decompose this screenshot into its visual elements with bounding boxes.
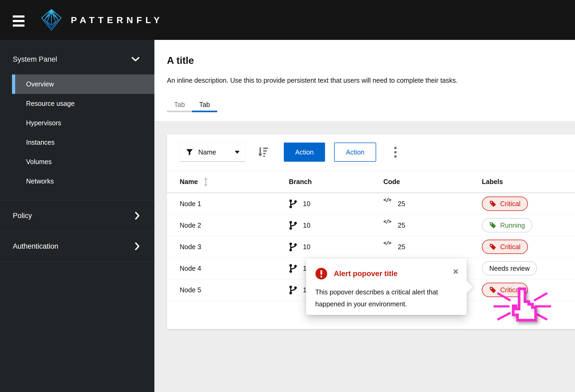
- code-branch-icon: [289, 199, 297, 209]
- tag-icon: [489, 200, 496, 207]
- cell-branch: 10: [289, 242, 383, 252]
- sidebar-item-networks[interactable]: Networks: [0, 172, 154, 191]
- code-branch-icon: [289, 285, 297, 295]
- hamburger-icon: [13, 15, 24, 18]
- sidebar-item-instances[interactable]: Instances: [0, 133, 154, 152]
- column-header-code: Code: [383, 178, 482, 186]
- cell-labels: Critical: [482, 197, 575, 211]
- sidebar-item-hypervisors[interactable]: Hypervisors: [0, 113, 154, 133]
- sidebar-nav: System Panel Overview Resource usage Hyp…: [0, 40, 154, 392]
- masthead: PATTERNFLY: [0, 0, 575, 40]
- chevron-down-icon: [132, 57, 139, 62]
- page-title: A title: [167, 55, 575, 66]
- code-icon: </>: [383, 197, 391, 203]
- table-row-node-2: Node 2 10 </> 25 Running: [167, 215, 575, 236]
- tab-1[interactable]: Tab: [167, 98, 192, 112]
- code-branch-icon: [289, 242, 297, 252]
- tag-icon: [489, 222, 496, 229]
- close-icon[interactable]: ✕: [453, 268, 459, 276]
- sidebar-divider: [0, 261, 154, 262]
- filter-selected-value: Name: [198, 148, 216, 156]
- cell-name: Node 3: [167, 243, 289, 251]
- column-header-name[interactable]: Name: [167, 177, 289, 187]
- label-running[interactable]: Running: [482, 218, 532, 232]
- sidebar-item-authentication[interactable]: Authentication: [0, 231, 154, 261]
- alert-popover: Alert popover title ✕ This popover descr…: [306, 258, 467, 315]
- sort-updown-icon: [204, 177, 208, 187]
- caret-down-icon: [235, 151, 240, 154]
- exclamation-circle-icon: [315, 268, 327, 280]
- page-description: An inline description. Use this to provi…: [167, 76, 575, 85]
- toolbar: Name Action: [167, 143, 575, 162]
- brand: PATTERNFLY: [41, 9, 163, 31]
- chevron-right-icon: [135, 242, 139, 250]
- primary-action-button[interactable]: Action: [284, 143, 325, 162]
- label-critical[interactable]: Critical: [482, 197, 528, 211]
- cell-code: </> 25: [383, 243, 482, 251]
- sidebar-item-overview[interactable]: Overview: [12, 74, 154, 94]
- cell-labels: Needs review: [482, 261, 575, 276]
- main-content: A title An inline description. Use this …: [154, 40, 575, 392]
- brand-name: PATTERNFLY: [71, 15, 163, 25]
- column-header-branch: Branch: [289, 178, 383, 186]
- sidebar-item-volumes[interactable]: Volumes: [0, 152, 154, 172]
- sort-button[interactable]: [255, 143, 271, 162]
- sidebar-item-resource-usage[interactable]: Resource usage: [0, 94, 154, 113]
- code-branch-icon: [289, 220, 297, 230]
- app-window: PATTERNFLY System Panel Overview Resourc…: [0, 0, 575, 392]
- table-header-row: Name Branch Code Labels: [167, 171, 575, 193]
- tab-2-active[interactable]: Tab: [192, 98, 217, 112]
- tab-bar: Tab Tab: [167, 98, 575, 112]
- cell-labels: Running: [482, 218, 575, 232]
- filter-dropdown[interactable]: Name: [180, 143, 246, 162]
- cell-branch: 10: [289, 220, 383, 230]
- cell-branch: 10: [289, 199, 383, 209]
- code-icon: </>: [383, 240, 391, 246]
- cell-labels: Critical: [482, 283, 575, 297]
- kebab-vertical-icon: [394, 147, 397, 149]
- kebab-menu-button[interactable]: [390, 143, 401, 162]
- tag-icon: [489, 243, 496, 251]
- table-row-node-1: Node 1 10 </> 25 Critical: [167, 193, 575, 215]
- sort-amount-down-icon: [257, 146, 269, 158]
- secondary-action-button[interactable]: Action: [334, 143, 376, 162]
- nav-expand-system-panel[interactable]: System Panel: [0, 52, 154, 67]
- cell-code: </> 25: [383, 222, 482, 229]
- label-critical-target[interactable]: Critical: [482, 283, 528, 297]
- popover-body: This popover describes a critical alert …: [306, 280, 467, 310]
- code-branch-icon: [289, 264, 297, 273]
- label-critical[interactable]: Critical: [482, 240, 528, 254]
- nav-section-label: System Panel: [13, 55, 57, 64]
- nav-section-system-panel: System Panel Overview Resource usage Hyp…: [0, 52, 154, 191]
- column-header-labels: Labels: [482, 178, 575, 186]
- sidebar-item-policy[interactable]: Policy: [0, 201, 154, 231]
- label-needs-review[interactable]: Needs review: [482, 261, 537, 276]
- patternfly-logo-icon: [41, 9, 62, 31]
- code-icon: </>: [383, 218, 391, 224]
- tag-icon: [489, 286, 496, 294]
- cell-code: </> 25: [383, 200, 482, 208]
- nav-item-list: Overview Resource usage Hypervisors Inst…: [0, 74, 154, 191]
- table-row-node-3: Node 3 10 </> 25 Critical: [167, 236, 575, 258]
- cell-name: Node 1: [167, 200, 289, 208]
- cell-name: Node 4: [167, 265, 289, 272]
- cell-labels: Critical: [482, 240, 575, 254]
- cell-name: Node 2: [167, 222, 289, 229]
- chevron-right-icon: [135, 212, 139, 220]
- popover-header: Alert popover title: [306, 258, 467, 280]
- nav-toggle-button[interactable]: [13, 15, 24, 27]
- popover-title: Alert popover title: [334, 269, 398, 278]
- cell-name: Node 5: [167, 286, 289, 294]
- filter-icon: [186, 149, 193, 156]
